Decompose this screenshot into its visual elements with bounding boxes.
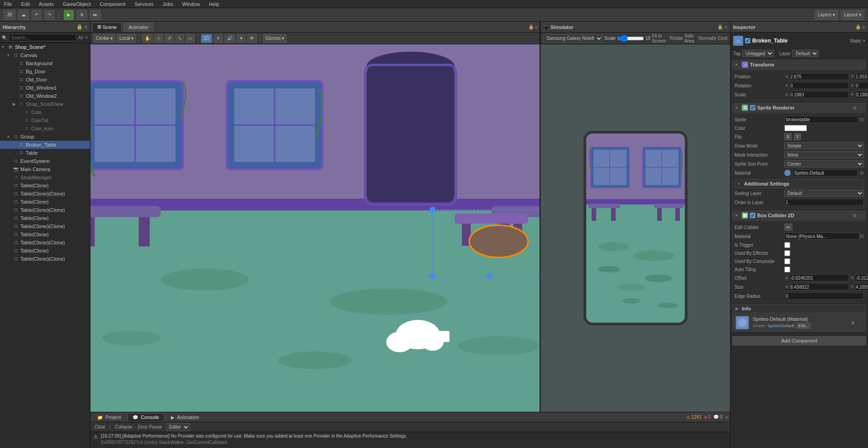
scene-hide-toggle[interactable]: 👁 <box>247 34 257 43</box>
gizmos-toggle[interactable]: Gizmos▾ <box>263 34 287 43</box>
tree-item-tc5[interactable]: □Table(Clone) <box>0 247 90 255</box>
tree-item-shopmanager[interactable]: □ ShopManager <box>0 173 90 181</box>
scale-y-input[interactable] <box>854 91 868 98</box>
play-button[interactable]: ▶ <box>64 10 74 20</box>
scene-viewport[interactable] <box>90 44 540 412</box>
tree-item-shop-scroll[interactable]: ▶ □ Shop_ScrollView <box>0 100 90 108</box>
size-y-input[interactable] <box>854 283 868 291</box>
tree-item-tc2[interactable]: □Table(Clone) <box>0 198 90 206</box>
is-trigger-checkbox[interactable] <box>784 242 790 248</box>
used-by-composite-checkbox[interactable] <box>784 258 790 264</box>
auto-tiling-checkbox[interactable] <box>784 267 790 272</box>
simulator-dropdown[interactable]: Samsung Galaxy Note8 <box>543 34 603 43</box>
tree-item-background[interactable]: □ Background <box>0 59 90 67</box>
tree-item-main-camera[interactable]: 📷 Main Camera <box>0 165 90 173</box>
rotate-tool[interactable]: ↺ <box>165 34 174 43</box>
material-more-icon[interactable]: ⋮ <box>859 320 863 325</box>
tree-item-old-window1[interactable]: □ Old_Window1 <box>0 84 90 92</box>
lighting-toggle[interactable]: ☀ <box>213 34 223 43</box>
edge-radius-input[interactable] <box>784 292 864 300</box>
tree-item-tc4[interactable]: □Table(Clone) <box>0 230 90 238</box>
offset-y-input[interactable] <box>854 274 868 281</box>
scale-slider[interactable] <box>617 35 644 42</box>
tree-item-tcc3[interactable]: □Table(Clone)(Clone) <box>0 222 90 230</box>
audio-toggle[interactable]: 🔊 <box>224 34 235 43</box>
material-select-icon[interactable]: ⊙ <box>859 170 864 176</box>
layer-dropdown[interactable]: Default <box>792 50 819 57</box>
center-toggle[interactable]: Center ▾ <box>93 34 115 43</box>
tab-project[interactable]: 📁 Project <box>92 413 126 421</box>
undo-button[interactable]: ↶ <box>32 10 42 20</box>
twod-toggle[interactable]: 2D <box>201 34 212 43</box>
safe-area-btn[interactable]: Safe Area <box>684 33 697 43</box>
menu-assets[interactable]: Assets <box>38 1 55 7</box>
tree-item-shop-scene[interactable]: ▾ ⊞ Shop_Scene* <box>0 43 90 51</box>
obj-active-checkbox[interactable] <box>745 38 750 43</box>
layout-dropdown[interactable]: Layout ▾ <box>841 10 864 20</box>
rotate-btn[interactable]: Rotate <box>670 36 683 41</box>
material-value[interactable]: Sprites-Default <box>792 169 858 176</box>
sprite-sort-dropdown[interactable]: Center <box>784 160 864 167</box>
sprite-value[interactable]: brokentable <box>784 116 858 123</box>
menu-jobs[interactable]: Jobs <box>161 1 175 7</box>
redo-button[interactable]: ↷ <box>44 10 54 20</box>
hierarchy-search-input[interactable] <box>9 34 76 41</box>
hierarchy-add-icon[interactable]: + <box>85 34 88 41</box>
transform-more-icon[interactable]: ⋮ <box>859 62 863 67</box>
menu-file[interactable]: File <box>3 1 14 7</box>
bc-more-icon[interactable]: ⋮ <box>859 213 863 218</box>
material-settings-icon[interactable]: ⚙ <box>851 320 855 325</box>
bc-material-select-icon[interactable]: ⊙ <box>859 233 864 239</box>
bc-settings-icon[interactable]: ⚙ <box>853 213 857 218</box>
transform-header[interactable]: ▾ ⊹ Transform ⋮ <box>732 60 866 70</box>
tab-animation[interactable]: ▶ Animation <box>166 413 204 421</box>
offset-x-input[interactable] <box>789 274 849 281</box>
scene-lock-icon[interactable]: 🔒 <box>528 24 534 29</box>
tree-item-eventsystem[interactable]: □ EventSystem <box>0 157 90 165</box>
add-component-button[interactable]: Add Component <box>732 336 866 345</box>
menu-gameobject[interactable]: GameObject <box>62 1 92 7</box>
edit-collider-btn[interactable]: ✏ <box>784 224 792 231</box>
sr-more-icon[interactable]: ⋮ <box>859 105 863 110</box>
editor-select[interactable]: Editor <box>166 423 190 431</box>
sr-active-checkbox[interactable] <box>750 105 755 110</box>
cloud-button[interactable]: ☁ <box>18 10 29 20</box>
console-menu-icon[interactable]: ≡ <box>726 415 728 420</box>
sorting-layer-dropdown[interactable]: Default <box>784 190 864 197</box>
inspector-lock-icon[interactable]: 🔒 <box>855 24 861 30</box>
tree-item-broken-table[interactable]: □ Broken_Table <box>0 141 90 149</box>
tree-item-tc1[interactable]: □Table(Clone) <box>0 181 90 190</box>
tree-item-old-window2[interactable]: □ Old_Window2 <box>0 92 90 100</box>
flip-y-btn[interactable]: Y <box>794 133 802 140</box>
menu-help[interactable]: Help <box>208 1 221 7</box>
draw-mode-dropdown[interactable]: Simple <box>784 142 864 149</box>
tree-item-old-door[interactable]: □ Old_Door <box>0 76 90 84</box>
pause-button[interactable]: ⏸ <box>76 10 87 20</box>
collapse-button[interactable]: Collapse <box>114 424 134 430</box>
inspector-menu-icon[interactable]: ≡ <box>863 24 865 30</box>
used-by-effector-checkbox[interactable] <box>784 250 790 256</box>
menu-window[interactable]: Window <box>181 1 201 7</box>
bc-active-checkbox[interactable] <box>750 213 755 218</box>
size-x-input[interactable] <box>789 283 849 291</box>
sprite-select-icon[interactable]: ⊙ <box>859 116 864 123</box>
tree-item-tcc1[interactable]: □Table(Clone)(Clone) <box>0 190 90 198</box>
account-button[interactable]: JB <box>4 10 15 20</box>
bc-material-value[interactable]: None (Physics Ma... <box>784 233 859 240</box>
tab-animator[interactable]: Animator <box>123 23 153 32</box>
info-header[interactable]: ▶ Info <box>732 304 866 313</box>
sprite-renderer-header[interactable]: ▾ 🖼 Sprite Renderer ⚙ ⋮ <box>732 103 866 113</box>
sim-menu-icon[interactable]: ≡ <box>725 24 727 30</box>
mask-interaction-dropdown[interactable]: None <box>784 151 864 158</box>
rect-tool[interactable]: ▭ <box>185 34 195 43</box>
hand-tool[interactable]: ✋ <box>142 34 153 43</box>
fx-toggle[interactable]: ✦ <box>237 34 246 43</box>
tree-item-group[interactable]: ▾ □ Group <box>0 133 90 141</box>
rot-x-input[interactable] <box>789 82 849 89</box>
fit-screen-btn[interactable]: Fit to Screen <box>652 33 669 43</box>
tree-item-cointxt[interactable]: □ CoinTxt <box>0 116 90 124</box>
layers-dropdown[interactable]: Layers ▾ <box>815 10 838 20</box>
box-collider-header[interactable]: ▾ ⬜ Box Collider 2D ⚙ ⋮ <box>732 210 866 220</box>
scale-tool[interactable]: ⤡ <box>175 34 184 43</box>
tree-item-coin[interactable]: □ Coin <box>0 108 90 116</box>
